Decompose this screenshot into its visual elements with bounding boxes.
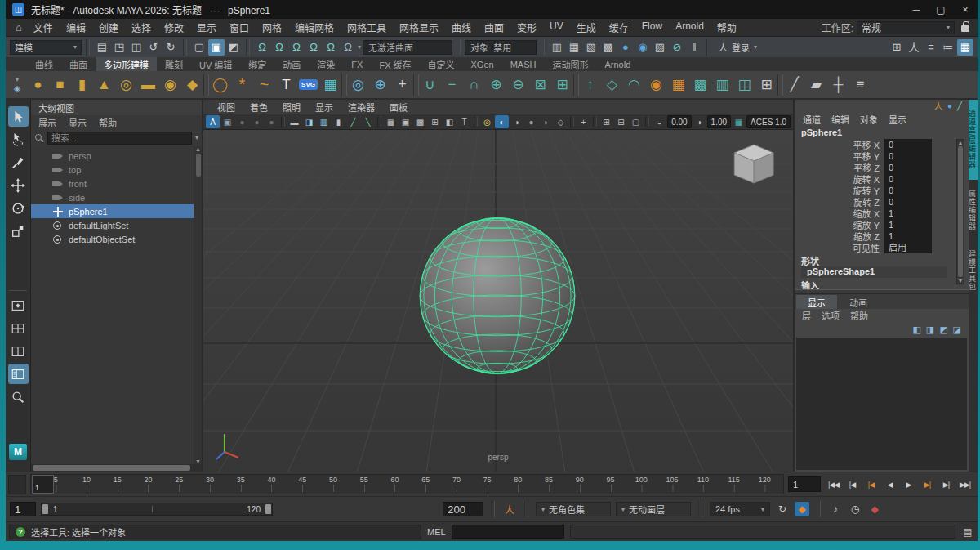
menu-item[interactable]: Flow — [635, 20, 669, 34]
fps-select[interactable]: 24 fps ▾ — [710, 502, 770, 516]
maximize-button[interactable]: ▢ — [929, 0, 953, 19]
texture-placement-icon[interactable]: T — [457, 115, 471, 128]
anti-alias-icon[interactable]: ◇ — [554, 115, 568, 128]
menu-item[interactable]: 编辑网格 — [288, 20, 341, 34]
mute-sound-icon[interactable]: ♪ — [828, 502, 843, 516]
shelf-tab[interactable]: 动画 — [274, 57, 309, 72]
sidebar-tab[interactable]: 建模工具包 — [969, 240, 978, 301]
chevron-down-icon[interactable]: ▾ — [16, 75, 20, 83]
outliner-item[interactable]: pSphere1 — [31, 204, 202, 218]
bookmark-icon[interactable]: ● — [265, 115, 278, 128]
scroll-up-icon[interactable]: ▲ — [195, 146, 201, 152]
hypershade-icon[interactable]: ● — [617, 39, 634, 56]
scale-tool[interactable] — [8, 221, 29, 241]
layer-menu-item[interactable]: 帮助 — [850, 309, 868, 322]
camera-select-icon[interactable]: A — [206, 115, 220, 128]
menu-item[interactable]: 创建 — [92, 20, 125, 34]
step-back-key-button[interactable]: |◀ — [862, 476, 880, 493]
channel-value-field[interactable]: 0 — [884, 139, 932, 150]
channel-row[interactable]: 缩放 Y 1 — [801, 219, 969, 230]
remesh-icon[interactable]: ▩ — [689, 72, 711, 97]
transform-constraint-icon[interactable]: * — [231, 72, 253, 97]
shelf-tab[interactable]: 曲面 — [61, 57, 96, 72]
viewport-menu-item[interactable]: 照明 — [275, 101, 308, 114]
channel-list[interactable]: pSphere1 平移 X 0 平移 Y 0 — [795, 126, 969, 289]
shelf-tab[interactable]: UV 编辑 — [191, 57, 240, 72]
layer-new-empty-icon[interactable]: ◩ — [939, 324, 947, 335]
current-frame-field[interactable] — [788, 476, 821, 492]
poly-sphere-icon[interactable]: ● — [27, 72, 49, 97]
set-key-icon[interactable]: ◆ — [867, 502, 882, 516]
outliner-menu-item[interactable]: 帮助 — [99, 116, 117, 129]
layout-single-pane-button[interactable] — [8, 295, 29, 315]
snap-point-icon[interactable]: Ω — [288, 39, 305, 56]
viewport-icon[interactable] — [281, 116, 285, 127]
viewport-menu-item[interactable]: 着色 — [243, 101, 275, 114]
resolution-gate-icon[interactable]: ▥ — [317, 115, 331, 128]
poly-platonic-icon[interactable]: ◆ — [181, 72, 203, 97]
svg-tool-icon[interactable]: SVG — [297, 72, 319, 97]
redo-icon[interactable]: ↻ — [163, 39, 179, 56]
move-tool[interactable] — [8, 175, 29, 195]
sculpt-tool-icon[interactable]: ◯ — [209, 72, 231, 97]
menu-item[interactable]: 曲面 — [478, 20, 510, 34]
exposure-icon[interactable]: ◒ — [653, 115, 666, 128]
snap-view-plane-icon[interactable]: Ω — [323, 39, 339, 56]
shelf-tab[interactable]: MASH — [502, 59, 545, 70]
character-set-icon[interactable]: 人 — [502, 502, 517, 516]
rotate-tool[interactable] — [8, 198, 29, 218]
cut-icon[interactable]: ⊘ — [669, 39, 685, 56]
outliner-item[interactable]: top — [31, 163, 202, 177]
viewport-canvas[interactable]: persp — [203, 130, 793, 472]
multi-cut-icon[interactable]: ╱ — [783, 72, 805, 97]
layer-list[interactable] — [796, 338, 967, 470]
animation-end-field[interactable] — [443, 502, 483, 516]
paint-select-tool[interactable] — [8, 152, 29, 172]
motion-blur-icon[interactable]: ◗ — [539, 115, 553, 128]
camera-attributes-icon[interactable]: ▬ — [287, 115, 301, 128]
pause-icon[interactable]: ‖ — [686, 39, 702, 56]
current-time-indicator[interactable]: 1 — [32, 475, 54, 494]
layer-new-selected-icon[interactable]: ◪ — [953, 324, 961, 335]
menu-item[interactable]: 修改 — [158, 20, 190, 34]
chevron-down-icon[interactable]: ▾ — [195, 134, 198, 141]
light-editor-icon[interactable]: ▨ — [652, 39, 668, 56]
scrollbar-thumb[interactable] — [958, 146, 963, 277]
render-view-icon[interactable]: ▥ — [549, 39, 565, 56]
play-forwards-button[interactable]: ▶ — [900, 476, 917, 493]
target-weld-icon[interactable]: ◎ — [347, 72, 369, 97]
channel-row[interactable]: 可见性 启用 — [801, 242, 969, 253]
channel-value-field[interactable]: 1 — [884, 219, 932, 230]
channel-box-menu-item[interactable]: 编辑 — [831, 113, 849, 126]
textured-icon[interactable]: ▩ — [413, 115, 427, 128]
boolean-difference-icon[interactable]: − — [441, 72, 463, 97]
curve-tool-icon[interactable]: ~ — [253, 72, 275, 97]
range-start-handle[interactable] — [42, 504, 48, 514]
ambient-occlusion-icon[interactable]: ● — [524, 115, 538, 128]
playback-speed-icon[interactable]: ◷ — [848, 502, 862, 516]
attribute-editor-toggle[interactable]: ≡ — [923, 39, 939, 56]
measure-tool-icon[interactable]: ⊕ — [369, 72, 391, 97]
safe-action-icon[interactable]: ╱ — [346, 115, 360, 128]
channel-value-field[interactable]: 启用 — [884, 242, 932, 253]
lasso-tool[interactable] — [8, 129, 29, 150]
poly-disc-icon[interactable]: ◉ — [159, 72, 181, 97]
chevron-down-icon[interactable]: ▾ — [358, 43, 361, 51]
shaded-icon[interactable]: ▣ — [399, 115, 412, 128]
film-fit-icon[interactable]: ⊟ — [614, 115, 628, 128]
step-back-frame-button[interactable]: |◀ — [844, 476, 861, 493]
quad-draw-icon[interactable]: ▰ — [805, 72, 827, 97]
channel-box-scrollbar[interactable]: ▲ ▼ — [956, 139, 964, 284]
layer-editor-tab[interactable]: 动画 — [838, 295, 879, 309]
channel-row[interactable]: 缩放 Z 1 — [801, 230, 969, 242]
edit-icon[interactable]: ╱ — [957, 101, 962, 110]
scroll-down-icon[interactable]: ▼ — [958, 278, 964, 284]
outliner-list[interactable]: persp top front — [31, 146, 202, 464]
channel-row[interactable]: 旋转 Z 0 — [801, 196, 969, 208]
channel-row[interactable]: 平移 Y 0 — [801, 150, 969, 162]
gamma-field[interactable]: 1.00 — [707, 115, 731, 128]
shelf-menu-icon[interactable]: ◈ — [14, 83, 20, 94]
go-to-start-button[interactable]: |◀◀ — [825, 476, 842, 493]
menu-item[interactable]: 网格 — [256, 20, 288, 34]
poly-cube-icon[interactable]: ■ — [49, 72, 71, 97]
